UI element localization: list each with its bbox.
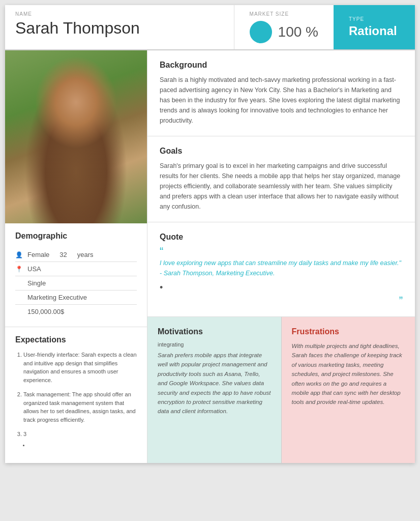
type-value: Rational	[349, 24, 400, 38]
header: NAME Sarah Thompson MARKET SIZE 100 % TY…	[5, 5, 415, 50]
demo-gender-row: 👤 Female 32 years	[15, 248, 137, 262]
expectations-title: Expectations	[15, 335, 137, 344]
expectations-section: Expectations User-friendly interface: Sa…	[5, 327, 147, 463]
persona-card: NAME Sarah Thompson MARKET SIZE 100 % TY…	[5, 5, 415, 463]
demo-income-row: 150,000.00$	[15, 305, 137, 319]
body: Demographic 👤 Female 32 years 📍 USA Sing…	[5, 50, 415, 463]
background-section: Background Sarah is a highly motivated a…	[147, 50, 415, 136]
frustrations-section: Frustrations With multiple projects and …	[282, 317, 415, 463]
frustrations-title: Frustrations	[292, 327, 405, 336]
demo-age: 32	[59, 251, 67, 258]
quote-title: Quote	[160, 233, 403, 242]
motivations-tag: integrating	[158, 341, 271, 348]
demo-relationship-row: Single	[15, 276, 137, 291]
type-label: TYPE	[349, 16, 400, 22]
demographic-title: Demographic	[15, 231, 137, 241]
persona-name: Sarah Thompson	[15, 19, 224, 38]
right-column: Background Sarah is a highly motivated a…	[147, 50, 415, 463]
frustrations-text: With multiple projects and tight deadlin…	[292, 341, 405, 407]
header-name-section: NAME Sarah Thompson	[5, 5, 234, 49]
market-circle-icon	[250, 21, 272, 43]
demo-gender-age: Female 32 years	[27, 251, 94, 258]
bottom-row: Motivations integrating Sarah prefers mo…	[147, 317, 415, 463]
person-icon: 👤	[15, 251, 23, 258]
header-type-section: TYPE Rational	[334, 5, 415, 49]
photo-simulation	[5, 50, 147, 223]
motivations-section: Motivations integrating Sarah prefers mo…	[147, 317, 282, 463]
motivations-text: Sarah prefers mobile apps that integrate…	[158, 351, 271, 416]
market-percent: 100 %	[278, 24, 318, 40]
expectation-bullet	[29, 441, 137, 449]
name-label: NAME	[15, 11, 224, 17]
location-icon: 📍	[15, 266, 23, 273]
left-column: Demographic 👤 Female 32 years 📍 USA Sing…	[5, 50, 147, 463]
expectation-item-1: User-friendly interface: Sarah expects a…	[23, 351, 137, 384]
quote-close-mark: ”	[160, 295, 403, 306]
quote-dot: •	[160, 282, 403, 293]
quote-open-mark: “	[160, 246, 403, 257]
demo-income: 150,000.00$	[27, 308, 64, 315]
market-row: 100 %	[250, 21, 318, 43]
expectations-list: User-friendly interface: Sarah expects a…	[15, 351, 137, 449]
profile-photo	[5, 50, 147, 223]
market-label: MARKET SIZE	[250, 11, 289, 17]
quote-section: Quote “ I love exploring new apps that c…	[147, 222, 415, 317]
demo-occupation-row: Marketing Executive	[15, 291, 137, 305]
header-market-section: MARKET SIZE 100 %	[234, 5, 334, 49]
demo-occupation: Marketing Executive	[27, 294, 87, 301]
goals-title: Goals	[160, 147, 403, 156]
demo-location-row: 📍 USA	[15, 262, 137, 276]
demo-relationship: Single	[27, 279, 46, 287]
demo-gender: Female	[27, 251, 49, 258]
goals-section: Goals Sarah's primary goal is to excel i…	[147, 136, 415, 222]
demographic-section: Demographic 👤 Female 32 years 📍 USA Sing…	[5, 223, 147, 327]
goals-text: Sarah's primary goal is to excel in her …	[160, 161, 403, 212]
expectation-item-2: Task management: The app should offer an…	[23, 390, 137, 424]
quote-text: I love exploring new apps that can strea…	[160, 258, 403, 278]
background-title: Background	[160, 61, 403, 70]
demo-age-unit: years	[77, 251, 94, 258]
background-text: Sarah is a highly motivated and tech-sav…	[160, 75, 403, 126]
motivations-title: Motivations	[158, 327, 271, 336]
expectation-item-3: 3	[23, 430, 137, 449]
demo-location: USA	[27, 265, 41, 273]
